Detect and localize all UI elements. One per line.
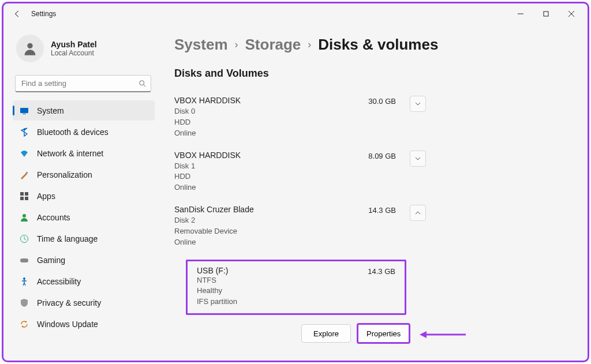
nav-label: Personalization [37, 170, 92, 179]
crumb-current: Disks & volumes [318, 36, 438, 54]
accounts-icon [20, 213, 29, 222]
volume-subline: Healthy [197, 286, 368, 297]
disk-row: VBOX HARDDISK Disk 0 HDD Online 30.0 GB [174, 93, 564, 148]
svg-line-6 [144, 85, 146, 87]
svg-rect-11 [25, 192, 28, 196]
disk-size: 30.0 GB [361, 97, 396, 106]
disk-subline: HDD [174, 171, 347, 182]
nav-label: Gaming [37, 256, 65, 265]
back-button[interactable] [7, 3, 28, 24]
accessibility-icon [20, 277, 29, 286]
time-icon [20, 234, 29, 243]
search-icon [139, 80, 147, 88]
disk-name: VBOX HARDDISK [174, 96, 347, 105]
nav-label: Windows Update [37, 320, 98, 329]
search-box [15, 75, 151, 92]
user-profile[interactable]: Ayush Patel Local Account [13, 31, 155, 73]
chevron-right-icon: › [308, 39, 311, 51]
crumb-storage[interactable]: Storage [245, 36, 301, 54]
nav: System Bluetooth & devices Network & int… [13, 100, 155, 334]
properties-button[interactable]: Properties [357, 323, 410, 344]
bluetooth-icon [20, 127, 29, 137]
apps-icon [20, 192, 29, 201]
svg-rect-1 [544, 12, 548, 16]
breadcrumb: System › Storage › Disks & volumes [174, 36, 564, 54]
disk-size: 14.3 GB [361, 206, 396, 215]
disk-subline: Online [174, 182, 347, 193]
explore-button[interactable]: Explore [301, 324, 351, 343]
nav-label: System [37, 106, 64, 115]
button-row: Explore Properties [301, 323, 564, 344]
volume-subline: NTFS [197, 275, 368, 286]
nav-label: Apps [37, 192, 55, 201]
system-icon [20, 106, 29, 115]
nav-item-accounts[interactable]: Accounts [13, 207, 155, 227]
volume-subline: IFS partition [197, 297, 368, 307]
nav-item-privacy[interactable]: Privacy & security [13, 292, 155, 313]
gaming-icon [20, 256, 29, 265]
disk-row: SanDisk Cruzer Blade Disk 2 Removable De… [174, 202, 564, 257]
main-content: System › Storage › Disks & volumes Disks… [158, 24, 588, 361]
nav-item-accessibility[interactable]: Accessibility [13, 271, 155, 291]
network-icon [20, 149, 29, 158]
user-subtitle: Local Account [51, 49, 97, 57]
svg-rect-8 [23, 114, 26, 114]
search-input[interactable] [15, 75, 151, 92]
disk-subline: Removable Device [174, 226, 347, 237]
svg-rect-13 [25, 197, 28, 200]
personalization-icon [20, 170, 29, 179]
nav-label: Accessibility [37, 277, 81, 286]
close-button[interactable] [559, 5, 584, 22]
volume-size: 14.3 GB [368, 267, 395, 308]
annotation-arrow-icon [420, 330, 466, 337]
nav-item-bluetooth[interactable]: Bluetooth & devices [13, 122, 155, 142]
disk-subline: Disk 0 [174, 106, 347, 117]
avatar [16, 35, 44, 62]
nav-label: Accounts [37, 213, 70, 222]
disk-name: SanDisk Cruzer Blade [174, 205, 347, 214]
disk-subline: HDD [174, 117, 347, 128]
disk-subline: Online [174, 128, 347, 139]
expand-button[interactable] [410, 151, 426, 167]
svg-rect-10 [20, 192, 24, 196]
disk-subline: Disk 1 [174, 161, 347, 172]
update-icon [20, 320, 29, 329]
svg-rect-12 [20, 197, 24, 200]
user-name: Ayush Patel [51, 40, 97, 49]
minimize-button[interactable] [508, 5, 533, 22]
disk-row: VBOX HARDDISK Disk 1 HDD Online 8.09 GB [174, 148, 564, 203]
section-title: Disks and Volumes [174, 67, 564, 80]
nav-item-update[interactable]: Windows Update [13, 314, 155, 334]
nav-item-personalization[interactable]: Personalization [13, 164, 155, 185]
chevron-right-icon: › [235, 39, 238, 51]
privacy-icon [20, 298, 29, 307]
volume-name: USB (F:) [197, 266, 368, 275]
svg-rect-7 [20, 108, 28, 113]
sidebar: Ayush Patel Local Account System Bluetoo… [3, 24, 158, 361]
nav-label: Time & language [37, 234, 98, 243]
nav-label: Network & internet [37, 149, 103, 158]
disk-subline: Online [174, 237, 347, 248]
nav-item-apps[interactable]: Apps [13, 186, 155, 206]
nav-item-system[interactable]: System [13, 100, 155, 121]
maximize-button[interactable] [533, 5, 559, 22]
svg-point-17 [23, 277, 25, 280]
titlebar: Settings [3, 3, 588, 24]
svg-point-5 [140, 81, 144, 85]
disk-subline: Disk 2 [174, 215, 347, 226]
volume-card[interactable]: USB (F:) NTFS Healthy IFS partition 14.3… [186, 260, 406, 316]
nav-item-gaming[interactable]: Gaming [13, 250, 155, 270]
svg-point-4 [27, 43, 32, 48]
disk-size: 8.09 GB [361, 152, 396, 160]
crumb-system[interactable]: System [174, 36, 228, 54]
svg-point-14 [23, 214, 26, 217]
app-title: Settings [31, 10, 56, 18]
disk-name: VBOX HARDDISK [174, 151, 347, 160]
nav-label: Privacy & security [37, 298, 101, 307]
nav-label: Bluetooth & devices [37, 127, 109, 137]
nav-item-time[interactable]: Time & language [13, 228, 155, 249]
expand-button[interactable] [410, 96, 426, 112]
collapse-button[interactable] [410, 205, 426, 221]
nav-item-network[interactable]: Network & internet [13, 143, 155, 163]
svg-rect-16 [20, 258, 28, 262]
